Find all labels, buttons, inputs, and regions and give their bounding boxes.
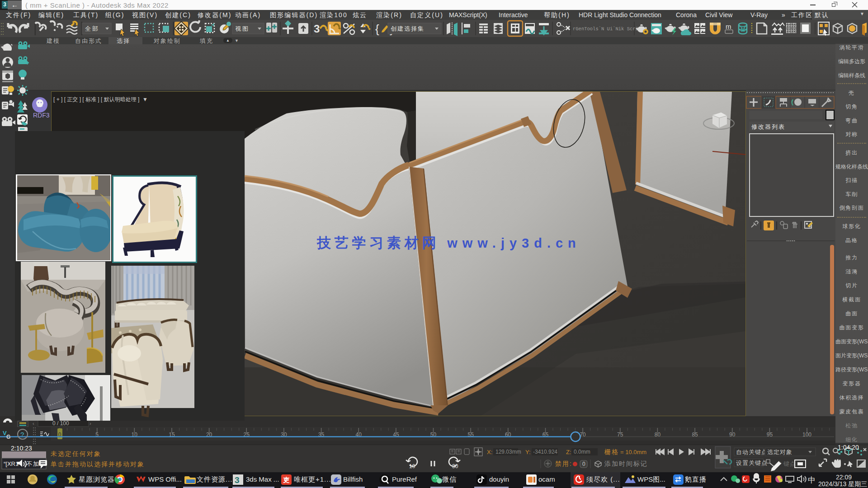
svg-text:栅格: 栅格: [604, 448, 619, 455]
svg-text:WPS Offi...: WPS Offi...: [148, 475, 182, 483]
svg-text:rGenTools`N Ui`Nik Scri: rGenTools`N Ui`Nik Scri: [573, 26, 638, 32]
svg-text:22:09: 22:09: [836, 474, 852, 481]
svg-text:“[XR1: “[XR1: [4, 460, 19, 467]
svg-text:2:10:23: 2:10:23: [11, 445, 32, 452]
svg-text:3: 3: [314, 23, 320, 35]
svg-text:创建选择集: 创建选择集: [391, 25, 425, 32]
svg-text:0: 0: [582, 461, 585, 467]
svg-text:ocam: ocam: [538, 475, 555, 483]
svg-text:中: 中: [808, 476, 816, 484]
svg-text:3ds Max ...: 3ds Max ...: [246, 475, 279, 483]
svg-text:Y:: Y:: [525, 449, 531, 455]
svg-text:{: {: [375, 22, 379, 36]
svg-text:键点: 键点: [783, 460, 796, 467]
svg-text:RDF3: RDF3: [33, 112, 50, 119]
svg-text:10: 10: [409, 463, 415, 469]
svg-text:WPS图...: WPS图...: [637, 475, 665, 483]
svg-text:G: G: [6, 434, 10, 440]
svg-text:‹: ‹: [33, 421, 34, 426]
svg-text:吏: 吏: [283, 476, 290, 483]
svg-text:X:: X:: [487, 449, 492, 455]
svg-text:修改器列表: 修改器列表: [751, 123, 785, 130]
svg-text:Z:: Z:: [566, 449, 571, 455]
svg-text:自动关键点: 自动关键点: [736, 449, 768, 455]
svg-text:›: ›: [90, 421, 91, 426]
svg-text:微信: 微信: [442, 475, 457, 483]
svg-text:设置关键点: 设置关键点: [736, 460, 768, 466]
svg-text:星愿浏览器: 星愿浏览器: [79, 475, 115, 483]
svg-text:单击并拖动以选择并移动对象: 单击并拖动以选择并移动对象: [51, 460, 145, 468]
svg-text:= 10.0mm: = 10.0mm: [620, 449, 646, 455]
svg-text:3: 3: [235, 475, 240, 485]
svg-text:m: m: [726, 23, 731, 30]
svg-text:0 / 100: 0 / 100: [52, 420, 69, 427]
svg-text:B: B: [741, 25, 746, 33]
svg-text:唯框更+1...: 唯框更+1...: [294, 475, 331, 483]
svg-text:选定对象: 选定对象: [767, 449, 793, 455]
svg-text:0.0mm: 0.0mm: [574, 449, 590, 455]
svg-text:全部: 全部: [85, 25, 99, 32]
svg-text:129.03mm: 129.03mm: [495, 449, 521, 455]
svg-text:鹅直播: 鹅直播: [685, 475, 707, 483]
svg-text:douyin: douyin: [489, 475, 509, 483]
svg-text:禁用:: 禁用:: [555, 460, 572, 467]
svg-text:添加时间标记: 添加时间标记: [604, 460, 648, 467]
svg-text:?: ?: [20, 431, 24, 438]
svg-text:视图: 视图: [235, 25, 250, 32]
svg-text:不加: 不加: [26, 460, 40, 467]
svg-text:文件资源...: 文件资源...: [197, 475, 233, 483]
svg-text:PureRef: PureRef: [392, 475, 417, 483]
svg-text:30: 30: [452, 463, 458, 469]
svg-text:Billfish: Billfish: [343, 475, 363, 483]
svg-text:须尽欢 (...: 须尽欢 (...: [586, 475, 620, 483]
svg-text:-3410.924: -3410.924: [533, 449, 557, 455]
svg-text:2024/3/13 星期三: 2024/3/13 星期三: [818, 480, 867, 488]
svg-text:未选定任何对象: 未选定任何对象: [51, 450, 101, 457]
